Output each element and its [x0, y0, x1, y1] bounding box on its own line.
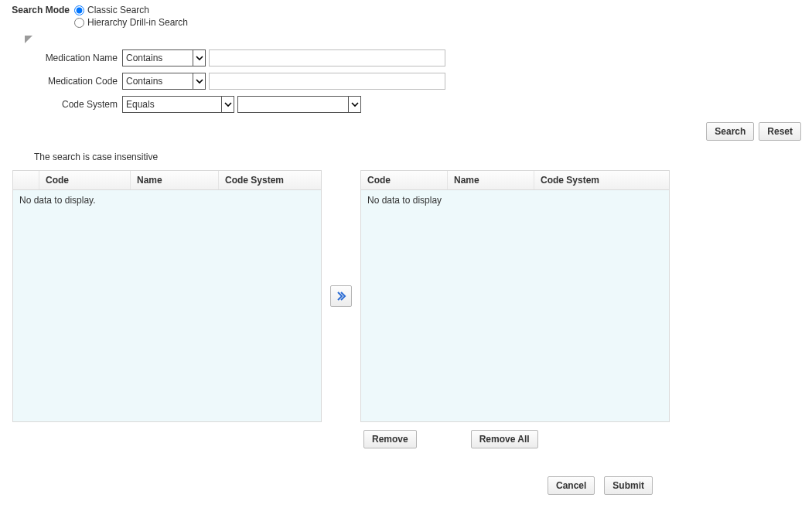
- selected-grid-header: Code Name Code System: [361, 171, 669, 190]
- medication-code-operator-value: Contains: [123, 73, 193, 89]
- chevron-down-icon: [221, 97, 234, 112]
- code-system-row: Code System Equals: [6, 96, 806, 113]
- collapse-toggle-icon[interactable]: [25, 36, 32, 43]
- medication-name-row: Medication Name Contains: [6, 49, 806, 66]
- selected-grid-body: No data to display: [361, 190, 669, 421]
- case-insensitive-hint: The search is case insensitive: [34, 152, 806, 162]
- footer-actions: Cancel Submit: [548, 476, 806, 495]
- results-col-code[interactable]: Code: [39, 171, 131, 189]
- medication-name-label: Medication Name: [6, 53, 122, 63]
- results-col-name[interactable]: Name: [131, 171, 219, 189]
- medication-name-operator-select[interactable]: Contains: [122, 49, 206, 66]
- code-system-operator-value: Equals: [123, 97, 221, 112]
- cancel-button[interactable]: Cancel: [548, 476, 595, 495]
- radio-hierarchy-label: Hierarchy Drill-in Search: [87, 17, 188, 28]
- search-mode-row: Search Mode Classic Search: [6, 5, 806, 15]
- search-mode-row-2: Hierarchy Drill-in Search: [6, 17, 806, 28]
- medication-name-input[interactable]: [209, 49, 445, 66]
- medication-code-input[interactable]: [209, 73, 445, 90]
- chevron-double-right-icon: [336, 291, 346, 302]
- move-right-button[interactable]: [330, 285, 352, 307]
- medication-code-row: Medication Code Contains: [6, 73, 806, 90]
- results-grid: Code Name Code System No data to display…: [12, 170, 322, 422]
- results-col-select: [13, 171, 39, 189]
- selected-grid: Code Name Code System No data to display: [360, 170, 670, 422]
- chevron-down-icon: [193, 50, 205, 66]
- selected-empty-text: No data to display: [367, 195, 442, 206]
- radio-classic-label: Classic Search: [87, 5, 149, 15]
- selected-col-name[interactable]: Name: [448, 171, 534, 189]
- results-empty-text: No data to display.: [19, 195, 96, 206]
- code-system-operator-select[interactable]: Equals: [122, 96, 234, 113]
- search-mode-label: Search Mode: [6, 5, 74, 15]
- search-actions: Search Reset: [6, 122, 806, 141]
- results-grid-header: Code Name Code System: [13, 171, 321, 190]
- submit-button[interactable]: Submit: [604, 476, 653, 495]
- code-system-value: [238, 97, 348, 112]
- medication-code-operator-select[interactable]: Contains: [122, 73, 206, 90]
- chevron-down-icon: [193, 73, 205, 89]
- remove-actions: Remove Remove All: [363, 430, 806, 448]
- move-column: [326, 170, 356, 422]
- remove-button[interactable]: Remove: [363, 430, 417, 448]
- reset-button[interactable]: Reset: [759, 122, 801, 141]
- search-button[interactable]: Search: [706, 122, 754, 141]
- chevron-down-icon: [348, 97, 360, 112]
- results-grid-body: No data to display.: [13, 190, 321, 421]
- results-col-system[interactable]: Code System: [219, 171, 321, 189]
- code-system-label: Code System: [6, 99, 122, 110]
- radio-classic-search[interactable]: [74, 5, 84, 15]
- radio-hierarchy-search[interactable]: [74, 18, 84, 28]
- medication-name-operator-value: Contains: [123, 50, 193, 66]
- code-system-value-select[interactable]: [237, 96, 361, 113]
- tables-area: Code Name Code System No data to display…: [12, 170, 806, 422]
- selected-col-system[interactable]: Code System: [534, 171, 669, 189]
- medication-code-label: Medication Code: [6, 76, 122, 87]
- selected-col-code[interactable]: Code: [361, 171, 448, 189]
- remove-all-button[interactable]: Remove All: [471, 430, 538, 448]
